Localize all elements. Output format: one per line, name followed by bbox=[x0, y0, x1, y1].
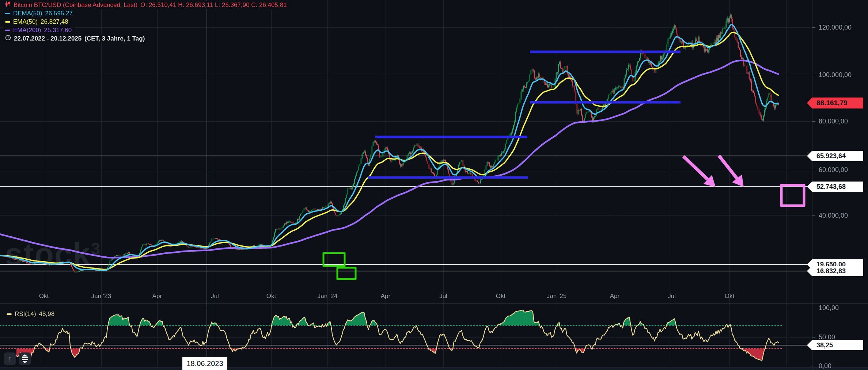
time-tick-label: Jul bbox=[439, 293, 447, 300]
time-tick-label: Okt bbox=[725, 293, 734, 300]
scroll-up-button[interactable]: ↑ bbox=[4, 352, 16, 365]
rsi-swatch-icon bbox=[7, 313, 12, 315]
timezone-timeframe: (CET, 3 Jahre, 1 Tag) bbox=[84, 35, 145, 42]
symbol-legend-row[interactable]: Bitcoin BTC/USD (Coinbase Advanced, Last… bbox=[3, 1, 290, 9]
rsi-legend[interactable]: RSI(14) 48,98 bbox=[4, 310, 58, 318]
price-line-badge: 16.832,83 bbox=[807, 266, 863, 276]
price-line-badge: 65.923,64 bbox=[807, 151, 863, 161]
last-price-badge: 88.161,79 bbox=[807, 98, 863, 108]
price-line-badge: 52.743,68 bbox=[807, 182, 863, 192]
chart-window: stock3 Bitcoin BTC/USD (Coinbase Advance… bbox=[0, 0, 868, 370]
rsi-name: RSI(14) bbox=[15, 310, 36, 318]
rsi-value: 48,98 bbox=[39, 310, 55, 318]
indicator-name: EMA(200) bbox=[13, 27, 41, 34]
ema50-swatch-icon bbox=[5, 21, 10, 23]
price-tick-label: 60.000,00 bbox=[819, 166, 866, 174]
time-tick-label: Jan '25 bbox=[547, 293, 566, 300]
time-tick-label: Apr bbox=[152, 293, 162, 300]
indicator-value: 26.595,27 bbox=[45, 10, 73, 17]
price-tick-label: 100.000,00 bbox=[819, 71, 866, 79]
time-tick-label: Apr bbox=[381, 293, 390, 300]
crosshair-date-label: 18.06.2023 bbox=[182, 357, 227, 370]
indicator-row-ema50[interactable]: EMA(50) 26.827,48 bbox=[3, 18, 72, 26]
price-chart-canvas[interactable] bbox=[0, 0, 868, 370]
indicator-name: EMA(50) bbox=[13, 18, 38, 26]
indicator-value: 26.827,48 bbox=[41, 18, 68, 26]
symbol-title: Bitcoin BTC/USD (Coinbase Advanced, Last… bbox=[14, 1, 137, 9]
time-tick-label: Jul bbox=[668, 293, 676, 300]
rsi-tick-label: 50,00 bbox=[819, 333, 866, 341]
clock-icon bbox=[5, 35, 11, 42]
indicator-value: 25.317,60 bbox=[44, 27, 72, 34]
rsi-tick-label: 0,00 bbox=[819, 362, 866, 370]
time-tick-label: Apr bbox=[610, 293, 619, 300]
price-tick-label: 80.000,00 bbox=[819, 117, 866, 125]
ohlc-values: O: 26.510,41 H: 26.693,11 L: 26.367,90 C… bbox=[140, 1, 287, 9]
price-tick-label: 40.000,00 bbox=[819, 211, 866, 220]
main-legend: Bitcoin BTC/USD (Coinbase Advanced, Last… bbox=[3, 1, 290, 43]
time-tick-label: Okt bbox=[39, 293, 49, 300]
time-tick-label: Jul bbox=[211, 293, 219, 300]
rsi-value-badge: 38,25 bbox=[807, 340, 863, 350]
arrow-up-icon: ↑ bbox=[8, 355, 12, 363]
indicator-name: DEMA(50) bbox=[13, 10, 42, 17]
time-tick-label: Okt bbox=[496, 293, 505, 300]
ema200-swatch-icon bbox=[5, 30, 10, 31]
unfold-icon bbox=[22, 354, 28, 363]
indicator-row-ema200[interactable]: EMA(200) 25.317,60 bbox=[3, 26, 75, 34]
indicator-row-dema50[interactable]: DEMA(50) 26.595,27 bbox=[3, 9, 76, 18]
candlestick-icon bbox=[5, 1, 11, 9]
rsi-tick-label: 100,00 bbox=[819, 304, 866, 312]
auto-scale-button[interactable] bbox=[19, 352, 31, 365]
time-tick-label: Okt bbox=[266, 293, 276, 300]
date-range-row[interactable]: 22.07.2022 - 20.12.2025 (CET, 3 Jahre, 1… bbox=[3, 35, 148, 43]
time-tick-label: Jan '24 bbox=[318, 293, 337, 300]
dema-swatch-icon bbox=[5, 13, 10, 14]
price-tick-label: 120.000,00 bbox=[819, 23, 866, 31]
visible-date-range: 22.07.2022 - 20.12.2025 bbox=[14, 35, 82, 42]
time-tick-label: Jan '23 bbox=[91, 293, 111, 300]
